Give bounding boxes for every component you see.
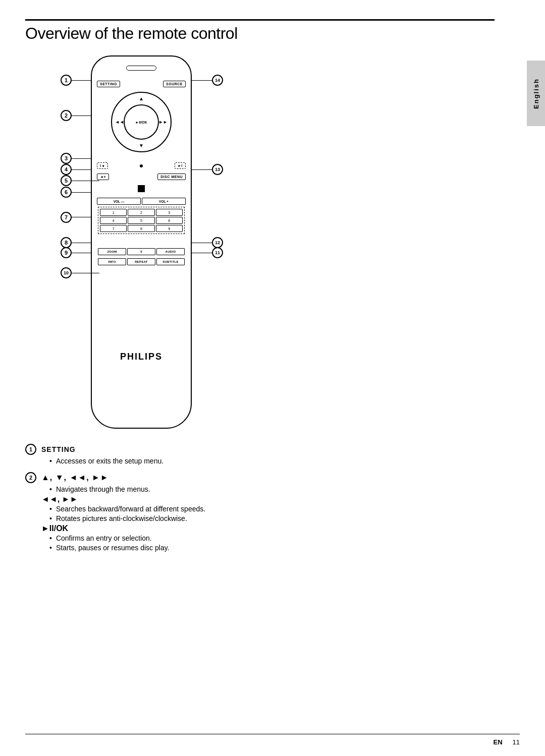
desc-bullet-search-2: Rotates pictures anti-clockwise/clockwis… [49, 514, 495, 522]
callout-8: 8 [61, 237, 72, 248]
callout-5: 5 [61, 175, 72, 186]
callout-line-1 [72, 80, 92, 81]
description-section: 1 SETTING Accesses or exits the setup me… [25, 444, 495, 559]
callout-2: 2 [61, 110, 72, 121]
brand-logo: PHILIPS [120, 352, 162, 362]
numpad: 1 2 3 4 5 6 7 8 9 [98, 207, 185, 234]
vol-minus-button[interactable]: VOL — [97, 198, 141, 205]
callout-3: 3 [61, 153, 72, 164]
callout-line-10 [72, 273, 99, 273]
callout-line-14 [191, 80, 212, 81]
numpad-group: 1 2 3 4 5 6 7 8 9 [98, 207, 185, 234]
zero-button[interactable]: 0 [127, 248, 155, 255]
page-title: Overview of the remote control [25, 24, 238, 43]
stop-button[interactable] [138, 185, 145, 192]
callout-line-4 [72, 169, 92, 170]
top-border [25, 19, 495, 21]
disc-menu-button[interactable]: DISC MENU [157, 173, 186, 180]
callout-line-7 [72, 217, 92, 217]
callout-1: 1 [61, 75, 72, 86]
callout-line-8 [72, 243, 92, 243]
zoom-button[interactable]: ZOOM [98, 248, 126, 255]
dpad-down[interactable]: ▼ [139, 143, 144, 148]
top-button-row: SETTING SOURCE [97, 81, 186, 87]
callout-line-12 [191, 243, 212, 243]
callout-line-6 [72, 192, 92, 193]
desc-bullet-ok-1: Confirms an entry or selection. [49, 534, 495, 542]
bottom-language: EN [493, 738, 502, 746]
bottom-page-number: 11 [513, 738, 520, 746]
remote-body: SETTING SOURCE ▲ ▼ ◄◄ ►► ►II/OK I◄ ►I [91, 55, 192, 429]
repeat-button[interactable]: REPEAT [127, 258, 155, 265]
speaker-slot [126, 66, 156, 71]
desc-subtitle-rewind: ◄◄, ►► [41, 495, 495, 504]
dpad: ▲ ▼ ◄◄ ►► ►II/OK [111, 92, 172, 152]
dpad-ok-button[interactable]: ►II/OK [124, 104, 159, 140]
vol-plus-button[interactable]: VOL + [142, 198, 186, 205]
num-3[interactable]: 3 [156, 209, 183, 216]
num-2[interactable]: 2 [128, 209, 154, 216]
num-1[interactable]: 1 [100, 209, 127, 216]
language-tab-text: English [532, 78, 540, 109]
stop-icon [138, 185, 145, 192]
dpad-up[interactable]: ▲ [139, 96, 144, 101]
callout-7: 7 [61, 212, 72, 223]
mute-disc-row: ◄× DISC MENU [97, 173, 186, 180]
desc-title-2: ▲, ▼, ◄◄, ►► [41, 473, 109, 482]
desc-bullet-1-1: Accesses or exits the setup menu. [49, 457, 495, 465]
callout-line-2 [72, 115, 92, 116]
desc-item-2: 2 ▲, ▼, ◄◄, ►► Navigates through the men… [25, 472, 495, 552]
num-8[interactable]: 8 [128, 225, 154, 232]
source-button[interactable]: SOURCE [163, 81, 186, 87]
desc-bullet-2-1: Navigates through the menus. [49, 485, 495, 493]
setting-button[interactable]: SETTING [97, 81, 120, 87]
desc-num-2: 2 [25, 472, 36, 483]
callout-line-13 [191, 169, 212, 170]
callout-line-11 [191, 253, 212, 253]
audio-button[interactable]: AUDIO [156, 248, 185, 255]
dpad-right[interactable]: ►► [158, 120, 168, 125]
desc-header-1: 1 SETTING [25, 444, 495, 455]
info-repeat-subtitle-row: INFO REPEAT SUBTITLE [98, 257, 185, 266]
desc-bullet-search-1: Searches backward/forward at different s… [49, 505, 495, 513]
callout-4: 4 [61, 164, 72, 175]
num-4[interactable]: 4 [100, 217, 127, 224]
dot-indicator [140, 164, 143, 167]
callout-10: 10 [61, 267, 72, 278]
callout-line-9 [72, 253, 92, 253]
dpad-outer-ring: ▲ ▼ ◄◄ ►► ►II/OK [111, 92, 172, 152]
zoom-audio-row: ZOOM 0 AUDIO [98, 247, 185, 256]
next-track-button[interactable]: ►I [175, 162, 186, 169]
desc-item-1: 1 SETTING Accesses or exits the setup me… [25, 444, 495, 465]
callout-12: 12 [212, 237, 223, 248]
language-tab: English [527, 61, 545, 126]
dpad-left[interactable]: ◄◄ [115, 120, 124, 125]
num-6[interactable]: 6 [156, 217, 183, 224]
num-5[interactable]: 5 [128, 217, 154, 224]
bottom-bar: EN 11 [25, 734, 520, 746]
desc-num-1: 1 [25, 444, 36, 455]
track-nav-row: I◄ ►I [97, 162, 186, 169]
remote-control-diagram: SETTING SOURCE ▲ ▼ ◄◄ ►► ►II/OK I◄ ►I [66, 50, 217, 434]
mute-button[interactable]: ◄× [97, 173, 109, 180]
callout-11: 11 [212, 247, 223, 258]
callout-14: 14 [212, 75, 223, 86]
info-button[interactable]: INFO [98, 258, 126, 265]
callout-line-3 [72, 158, 92, 159]
prev-track-button[interactable]: I◄ [97, 162, 108, 169]
callout-line-5 [72, 181, 99, 181]
num-9[interactable]: 9 [156, 225, 183, 232]
callout-9: 9 [61, 247, 72, 258]
callout-13: 13 [212, 164, 223, 175]
desc-bullet-ok-2: Starts, pauses or resumes disc play. [49, 544, 495, 552]
desc-title-1: SETTING [41, 445, 76, 453]
desc-subtitle-playok: ►II/OK [41, 524, 495, 533]
volume-row: VOL — VOL + [97, 197, 186, 206]
desc-header-2: 2 ▲, ▼, ◄◄, ►► [25, 472, 495, 483]
subtitle-button[interactable]: SUBTITLE [156, 258, 185, 265]
callout-6: 6 [61, 187, 72, 198]
num-7[interactable]: 7 [100, 225, 127, 232]
